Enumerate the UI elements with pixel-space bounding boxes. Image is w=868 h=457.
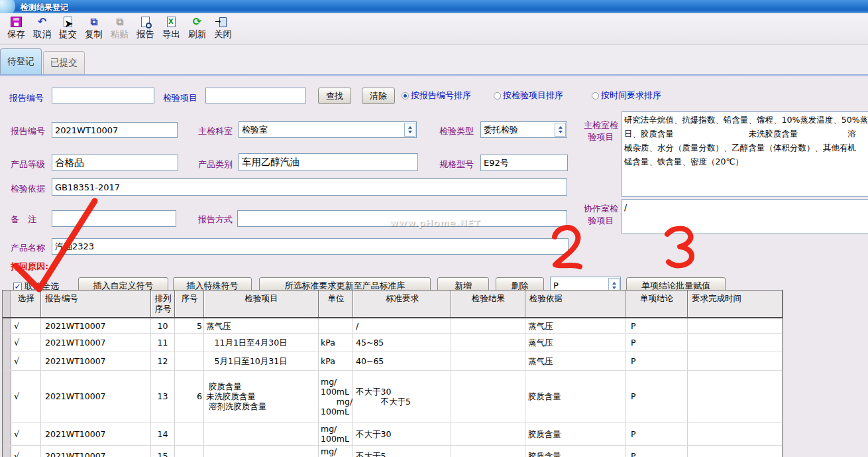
grid-corner[interactable] bbox=[3, 291, 11, 317]
insp-type-select[interactable]: 委托检验 bbox=[480, 121, 567, 138]
sort-radio-1[interactable]: 按检验项目排序 bbox=[494, 90, 563, 101]
table-cell[interactable]: 不大于30 不大于5 bbox=[353, 371, 451, 422]
table-cell[interactable]: √ bbox=[11, 352, 41, 370]
toolbar-button-save[interactable]: 保存 bbox=[5, 16, 27, 40]
toolbar-button-export[interactable]: X导出 bbox=[160, 16, 182, 40]
grid-header-cell[interactable]: 选择 bbox=[11, 291, 41, 317]
table-cell[interactable] bbox=[451, 334, 525, 352]
toolbar-button-submit[interactable]: ➤提交 bbox=[57, 16, 79, 40]
table-cell[interactable]: 5月1日至10月31日 bbox=[204, 352, 319, 370]
table-cell[interactable]: 45~85 bbox=[353, 334, 451, 352]
row-indicator[interactable] bbox=[3, 446, 11, 457]
search-item-input[interactable] bbox=[205, 88, 306, 103]
table-cell[interactable]: 12 bbox=[151, 352, 175, 370]
table-cell[interactable]: 14 bbox=[151, 423, 175, 445]
table-cell[interactable]: √ bbox=[11, 423, 41, 445]
toolbar-button-undo[interactable]: ↶取消 bbox=[31, 16, 53, 40]
table-row[interactable]: √2021WT10007136 胶质含量 未洗胶质含量 溶剂洗胶质含量mg/ 1… bbox=[3, 371, 783, 423]
sort-radio-2[interactable]: 按时间要求排序 bbox=[592, 90, 661, 101]
table-cell[interactable] bbox=[451, 318, 525, 333]
grid-header-cell[interactable]: 检验项目 bbox=[204, 291, 319, 317]
grid-header-cell[interactable]: 报告编号 bbox=[41, 291, 151, 317]
table-cell[interactable]: 胶质含量 未洗胶质含量 溶剂洗胶质含量 bbox=[204, 371, 319, 422]
basis-input[interactable]: GB18351-2017 bbox=[52, 178, 567, 196]
category-input[interactable]: 车用乙醇汽油 bbox=[239, 153, 418, 171]
spinner-icon[interactable] bbox=[404, 123, 415, 137]
table-cell[interactable] bbox=[451, 423, 525, 445]
grid-header-cell[interactable]: 单项结论 bbox=[625, 291, 688, 317]
table-cell[interactable]: 2021WT10007 bbox=[41, 423, 151, 445]
table-cell[interactable]: 13 bbox=[151, 371, 175, 422]
table-cell[interactable] bbox=[688, 352, 783, 370]
search-report-no-input[interactable] bbox=[52, 88, 154, 103]
table-cell[interactable]: mg/ 100mL bbox=[319, 446, 353, 457]
table-cell[interactable] bbox=[175, 352, 204, 370]
table-cell[interactable]: mg/ 100mL mg/ 100mL bbox=[319, 371, 353, 422]
toolbar-button-report[interactable]: 报告 bbox=[135, 16, 156, 40]
clear-button[interactable]: 清除 bbox=[362, 88, 395, 104]
table-cell[interactable] bbox=[319, 318, 353, 333]
grid-header-cell[interactable]: 标准要求 bbox=[353, 291, 451, 317]
collab-items-textarea[interactable]: / bbox=[622, 199, 868, 234]
tab-pending[interactable]: 待登记 bbox=[0, 48, 42, 74]
table-cell[interactable]: mg/ 100mL bbox=[319, 423, 353, 445]
table-cell[interactable]: 2021WT10007 bbox=[41, 334, 151, 352]
row-indicator[interactable] bbox=[3, 334, 11, 352]
table-cell[interactable]: P bbox=[625, 371, 688, 422]
grid-header-cell[interactable]: 排列 序号 bbox=[151, 291, 175, 317]
table-cell[interactable]: 5 bbox=[175, 318, 204, 333]
table-cell[interactable]: 胶质含量 bbox=[525, 371, 625, 422]
table-cell[interactable] bbox=[175, 446, 204, 457]
table-cell[interactable] bbox=[688, 318, 783, 333]
grid-header-cell[interactable]: 单位 bbox=[319, 291, 353, 317]
table-cell[interactable] bbox=[451, 352, 525, 370]
table-cell[interactable]: P bbox=[625, 352, 688, 370]
table-cell[interactable]: 不大于5 bbox=[353, 446, 451, 457]
table-cell[interactable]: 蒸气压 bbox=[525, 352, 625, 370]
table-cell[interactable] bbox=[688, 334, 783, 352]
grid-header-cell[interactable]: 要求完成时间 bbox=[688, 291, 783, 317]
row-indicator[interactable] bbox=[3, 352, 11, 370]
table-cell[interactable] bbox=[175, 423, 204, 445]
table-cell[interactable]: P bbox=[625, 446, 688, 457]
table-cell[interactable]: √ bbox=[11, 446, 41, 457]
table-cell[interactable]: 11 bbox=[151, 334, 175, 352]
table-cell[interactable]: 2021WT10007 bbox=[41, 446, 151, 457]
toolbar-button-close[interactable]: →关闭 bbox=[212, 16, 234, 40]
table-cell[interactable]: / bbox=[353, 318, 451, 333]
table-cell[interactable] bbox=[204, 423, 319, 445]
grid-header-cell[interactable]: 检验结果 bbox=[451, 291, 525, 317]
table-cell[interactable]: P bbox=[625, 334, 688, 352]
product-name-input[interactable]: 汽油2323 bbox=[52, 238, 569, 255]
table-cell[interactable]: 40~65 bbox=[353, 352, 451, 370]
table-cell[interactable]: 6 bbox=[175, 371, 204, 422]
table-cell[interactable] bbox=[688, 371, 783, 422]
toolbar-button-copy[interactable]: ⧉复制 bbox=[83, 16, 105, 40]
spinner-icon[interactable] bbox=[555, 123, 566, 137]
table-row[interactable]: √2021WT1000715mg/ 100mL不大于5胶质含量P bbox=[3, 446, 783, 457]
remark-input[interactable] bbox=[52, 210, 176, 227]
radio-icon[interactable] bbox=[494, 92, 501, 99]
table-cell[interactable]: P bbox=[625, 318, 688, 333]
row-indicator[interactable] bbox=[3, 423, 11, 445]
table-cell[interactable]: 11月1日至4月30日 bbox=[204, 334, 319, 352]
spec-input[interactable]: E92号 bbox=[480, 155, 568, 171]
table-cell[interactable]: 蒸气压 bbox=[204, 318, 319, 333]
table-cell[interactable]: kPa bbox=[319, 352, 353, 370]
table-cell[interactable]: 15 bbox=[151, 446, 175, 457]
toolbar-button-refresh[interactable]: ⟳刷新 bbox=[186, 16, 208, 40]
radio-icon[interactable] bbox=[402, 92, 409, 99]
table-cell[interactable]: 2021WT10007 bbox=[41, 352, 151, 370]
report-no-input[interactable]: 2021WT10007 bbox=[52, 122, 178, 138]
sort-radio-0[interactable]: 按报告编号排序 bbox=[402, 90, 471, 101]
table-cell[interactable]: 2021WT10007 bbox=[41, 318, 151, 333]
find-button[interactable]: 查找 bbox=[318, 88, 351, 104]
table-row[interactable]: √2021WT1000711 11月1日至4月30日kPa45~85蒸气压P bbox=[3, 334, 783, 352]
table-cell[interactable] bbox=[688, 446, 783, 457]
table-row[interactable]: √2021WT10007105蒸气压/蒸气压P bbox=[3, 318, 783, 334]
table-cell[interactable]: √ bbox=[11, 318, 41, 333]
dept-select[interactable]: 检验室 bbox=[239, 121, 417, 138]
table-cell[interactable]: P bbox=[625, 423, 688, 445]
grid-header-cell[interactable]: 序号 bbox=[175, 291, 204, 317]
title-bar[interactable]: 检测结果登记 bbox=[0, 0, 868, 13]
